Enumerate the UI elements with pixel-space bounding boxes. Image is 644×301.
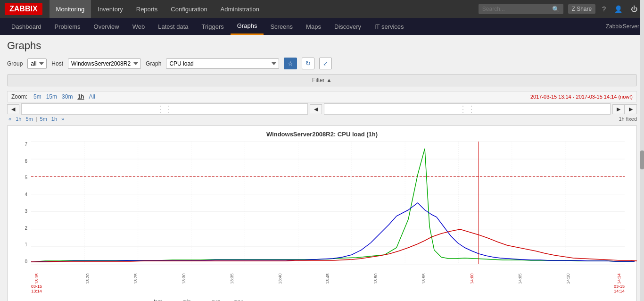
- y-label-3: 3: [13, 209, 27, 214]
- logo: ZABBIX: [5, 3, 42, 15]
- refresh-button[interactable]: ↻: [302, 58, 314, 69]
- expand-button[interactable]: ⤢: [319, 58, 332, 69]
- y-label-7: 7: [13, 142, 27, 147]
- top-navigation: ZABBIX Monitoring Inventory Reports Conf…: [0, 0, 644, 18]
- zoom-5m[interactable]: 5m: [31, 93, 44, 100]
- timeline-left[interactable]: ⋮⋮: [21, 103, 308, 115]
- y-label-4: 4: [13, 192, 27, 197]
- search-icon: 🔍: [552, 6, 560, 13]
- col-last: last: [142, 298, 172, 301]
- zoom-30m[interactable]: 30m: [59, 93, 75, 100]
- tab-maps[interactable]: Maps: [299, 18, 328, 35]
- tab-triggers[interactable]: Triggers: [195, 18, 231, 35]
- legend-table: last min avg max Processor load (1 min a…: [29, 298, 247, 301]
- tab-dashboard[interactable]: Dashboard: [5, 18, 48, 35]
- y-label-2: 2: [13, 226, 27, 231]
- zoom-label: Zoom:: [11, 93, 27, 100]
- host-label: Host: [51, 60, 63, 67]
- filter-bar[interactable]: Filter ▲: [7, 74, 637, 86]
- graph-controls: Zoom: 5m 15m 30m 1h All 2017-03-15 13:14…: [7, 91, 637, 102]
- graph-select[interactable]: CPU load: [166, 59, 279, 69]
- tab-problems[interactable]: Problems: [48, 18, 87, 35]
- nav-next-main[interactable]: ▶: [612, 104, 625, 114]
- zoom-all[interactable]: All: [86, 93, 97, 100]
- nav-reports[interactable]: Reports: [130, 0, 165, 18]
- nav-next-right[interactable]: ▶: [625, 104, 637, 114]
- second-navigation: Dashboard Problems Overview Web Latest d…: [0, 18, 644, 35]
- col-max: max: [230, 298, 247, 301]
- host-select[interactable]: WindowsServer2008R2: [68, 59, 141, 69]
- share-icon: Z: [572, 6, 575, 12]
- server-name: ZabbixServer: [606, 23, 639, 30]
- y-label-0: 0: [13, 259, 27, 264]
- scrollbar[interactable]: [640, 0, 644, 301]
- timeline-main[interactable]: ⋮⋮: [324, 103, 611, 115]
- x-date-left: 13:15 03-15 13:14: [31, 265, 42, 293]
- resize-handle-left[interactable]: ⋮⋮: [156, 104, 173, 114]
- y-label-1: 1: [13, 242, 27, 247]
- nav-jump-back[interactable]: «: [7, 116, 13, 122]
- user-icon[interactable]: 👤: [612, 5, 624, 13]
- chart-container: WindowsServer2008R2: CPU load (1h) 7 6 5…: [7, 125, 637, 301]
- nav-row: ◀ ⋮⋮ ◀ ⋮⋮ ▶ ▶: [7, 103, 637, 115]
- y-label-6: 6: [13, 159, 27, 164]
- nav-prev-main[interactable]: ◀: [310, 104, 322, 114]
- nav-prev-left[interactable]: ◀: [7, 104, 19, 114]
- nav-inventory[interactable]: Inventory: [91, 0, 129, 18]
- tab-overview[interactable]: Overview: [87, 18, 126, 35]
- nav-sep: |: [36, 116, 37, 122]
- share-button[interactable]: Z Share: [568, 4, 595, 14]
- page-content: Graphs Group all Host WindowsServer2008R…: [0, 35, 644, 301]
- time-range: 2017-03-15 13:14 - 2017-03-15 14:14 (now…: [530, 94, 633, 100]
- favorite-button[interactable]: ☆: [284, 58, 297, 69]
- controls-bar: Group all Host WindowsServer2008R2 Graph…: [7, 58, 637, 69]
- page-title: Graphs: [7, 40, 637, 52]
- tab-web[interactable]: Web: [126, 18, 152, 35]
- tab-graphs[interactable]: Graphs: [231, 18, 264, 35]
- tab-discovery[interactable]: Discovery: [328, 18, 368, 35]
- nav-5m-fwd[interactable]: 5m: [39, 116, 49, 122]
- graph-label: Graph: [146, 60, 161, 67]
- sub-nav-row: « 1h 5m | 5m 1h » 1h fixed: [7, 116, 637, 122]
- nav-5m-back[interactable]: 5m: [24, 116, 34, 122]
- group-select[interactable]: all: [27, 59, 47, 69]
- top-nav-right: 🔍 Z Share ? 👤 ⏻: [479, 4, 639, 14]
- group-label: Group: [7, 60, 23, 67]
- resize-handle-main[interactable]: ⋮⋮: [459, 104, 476, 114]
- logout-icon[interactable]: ⏻: [629, 5, 639, 13]
- y-label-5: 5: [13, 175, 27, 180]
- nav-1h-fwd[interactable]: 1h: [50, 116, 58, 122]
- line-15min: [31, 229, 637, 262]
- legend: last min avg max Processor load (1 min a…: [12, 298, 632, 301]
- col-avg: avg: [200, 298, 230, 301]
- filter-label: Filter ▲: [312, 77, 332, 84]
- nav-configuration[interactable]: Configuration: [164, 0, 214, 18]
- chart-svg: [31, 142, 625, 264]
- nav-monitoring[interactable]: Monitoring: [50, 0, 91, 18]
- search-input[interactable]: [479, 4, 563, 14]
- sub-nav-left: « 1h 5m | 5m 1h »: [7, 116, 66, 122]
- nav-jump-fwd[interactable]: »: [60, 116, 66, 122]
- chart-title: WindowsServer2008R2: CPU load (1h): [12, 131, 632, 138]
- tab-screens[interactable]: Screens: [264, 18, 299, 35]
- scrollbar-thumb[interactable]: [640, 150, 644, 169]
- tab-it-services[interactable]: IT services: [368, 18, 411, 35]
- zoom-1h[interactable]: 1h: [75, 93, 86, 100]
- x-axis: 13:15 03-15 13:14 13:20 13:25 13:30 13:3…: [31, 265, 625, 293]
- chart-area: 7 6 5 4 3 2 1 0: [31, 142, 625, 264]
- line-1min: [31, 149, 635, 262]
- nav-1h-back[interactable]: 1h: [14, 116, 23, 122]
- col-min: min: [171, 298, 200, 301]
- zoom-15m[interactable]: 15m: [44, 93, 59, 100]
- sub-nav-right: 1h fixed: [619, 116, 637, 122]
- y-axis: 7 6 5 4 3 2 1 0: [13, 142, 27, 264]
- nav-administration[interactable]: Administration: [214, 0, 266, 18]
- tab-latest-data[interactable]: Latest data: [151, 18, 195, 35]
- help-icon[interactable]: ?: [600, 5, 608, 13]
- x-date-right: 14:14 03-15 14:14: [614, 265, 625, 293]
